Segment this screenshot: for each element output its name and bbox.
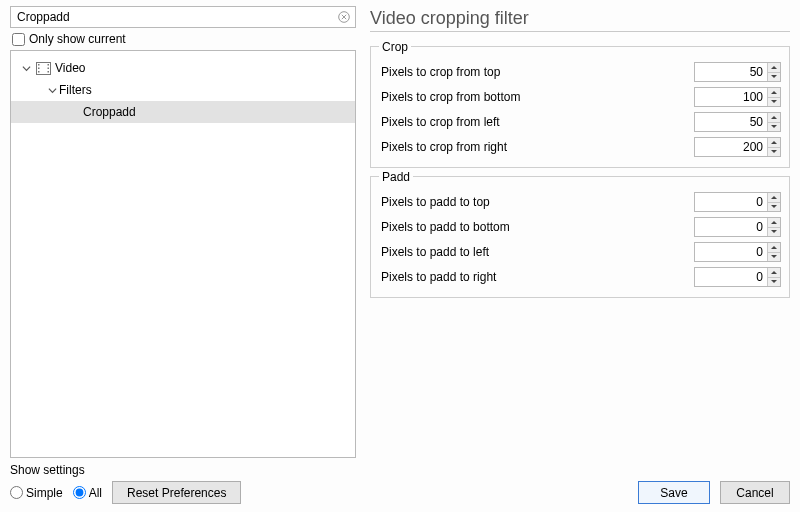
crop-bottom-input[interactable] — [695, 88, 767, 106]
padd-right-spin[interactable] — [694, 267, 781, 287]
only-show-current-row[interactable]: Only show current — [12, 32, 356, 46]
svg-rect-3 — [38, 67, 40, 69]
radio-simple-input[interactable] — [10, 486, 23, 499]
svg-rect-2 — [38, 64, 40, 66]
preferences-tree[interactable]: Video Filters Croppadd — [10, 50, 356, 458]
svg-rect-4 — [38, 71, 40, 73]
spin-down-icon[interactable] — [768, 72, 780, 81]
padd-top-input[interactable] — [695, 193, 767, 211]
video-icon — [35, 60, 51, 76]
radio-all-input[interactable] — [73, 486, 86, 499]
crop-left-input[interactable] — [695, 113, 767, 131]
tree-node-croppadd[interactable]: Croppadd — [11, 101, 355, 123]
spin-down-icon[interactable] — [768, 277, 780, 286]
spin-down-icon[interactable] — [768, 202, 780, 211]
tree-node-filters[interactable]: Filters — [11, 79, 355, 101]
padd-legend: Padd — [379, 170, 413, 184]
padd-left-spin[interactable] — [694, 242, 781, 262]
padd-right-input[interactable] — [695, 268, 767, 286]
tree-label: Croppadd — [83, 105, 136, 119]
page-title: Video cropping filter — [370, 8, 790, 29]
search-wrap — [10, 6, 356, 28]
crop-bottom-label: Pixels to crop from bottom — [379, 90, 694, 104]
spin-down-icon[interactable] — [768, 252, 780, 261]
svg-rect-7 — [47, 71, 49, 73]
spin-down-icon[interactable] — [768, 147, 780, 156]
spin-up-icon[interactable] — [768, 268, 780, 277]
crop-left-spin[interactable] — [694, 112, 781, 132]
svg-rect-6 — [47, 67, 49, 69]
clear-search-icon[interactable] — [336, 9, 352, 25]
reset-preferences-button[interactable]: Reset Preferences — [112, 481, 241, 504]
spin-up-icon[interactable] — [768, 243, 780, 252]
padd-bottom-spin[interactable] — [694, 217, 781, 237]
spin-down-icon[interactable] — [768, 97, 780, 106]
spin-up-icon[interactable] — [768, 138, 780, 147]
radio-all-label: All — [89, 486, 102, 500]
padd-left-input[interactable] — [695, 243, 767, 261]
spin-up-icon[interactable] — [768, 63, 780, 72]
crop-top-spin[interactable] — [694, 62, 781, 82]
title-separator — [370, 31, 790, 32]
crop-group: Crop Pixels to crop from top Pixels to c… — [370, 46, 790, 168]
save-button[interactable]: Save — [638, 481, 710, 504]
radio-all[interactable]: All — [73, 486, 102, 500]
chevron-down-icon[interactable] — [45, 83, 59, 97]
padd-group: Padd Pixels to padd to top Pixels to pad… — [370, 176, 790, 298]
tree-node-video[interactable]: Video — [11, 57, 355, 79]
search-input[interactable] — [10, 6, 356, 28]
radio-simple-label: Simple — [26, 486, 63, 500]
padd-bottom-input[interactable] — [695, 218, 767, 236]
tree-label: Filters — [59, 83, 92, 97]
only-show-current-label: Only show current — [29, 32, 126, 46]
spin-up-icon[interactable] — [768, 88, 780, 97]
crop-right-spin[interactable] — [694, 137, 781, 157]
padd-right-label: Pixels to padd to right — [379, 270, 694, 284]
show-settings-label: Show settings — [10, 463, 241, 477]
crop-top-input[interactable] — [695, 63, 767, 81]
crop-top-label: Pixels to crop from top — [379, 65, 694, 79]
spin-up-icon[interactable] — [768, 218, 780, 227]
crop-right-label: Pixels to crop from right — [379, 140, 694, 154]
crop-legend: Crop — [379, 40, 411, 54]
tree-label: Video — [55, 61, 85, 75]
padd-bottom-label: Pixels to padd to bottom — [379, 220, 694, 234]
spin-down-icon[interactable] — [768, 227, 780, 236]
spin-up-icon[interactable] — [768, 193, 780, 202]
svg-rect-5 — [47, 64, 49, 66]
spin-down-icon[interactable] — [768, 122, 780, 131]
crop-left-label: Pixels to crop from left — [379, 115, 694, 129]
crop-right-input[interactable] — [695, 138, 767, 156]
padd-left-label: Pixels to padd to left — [379, 245, 694, 259]
radio-simple[interactable]: Simple — [10, 486, 63, 500]
cancel-button[interactable]: Cancel — [720, 481, 790, 504]
chevron-down-icon[interactable] — [19, 61, 33, 75]
padd-top-label: Pixels to padd to top — [379, 195, 694, 209]
padd-top-spin[interactable] — [694, 192, 781, 212]
only-show-current-checkbox[interactable] — [12, 33, 25, 46]
crop-bottom-spin[interactable] — [694, 87, 781, 107]
spin-up-icon[interactable] — [768, 113, 780, 122]
